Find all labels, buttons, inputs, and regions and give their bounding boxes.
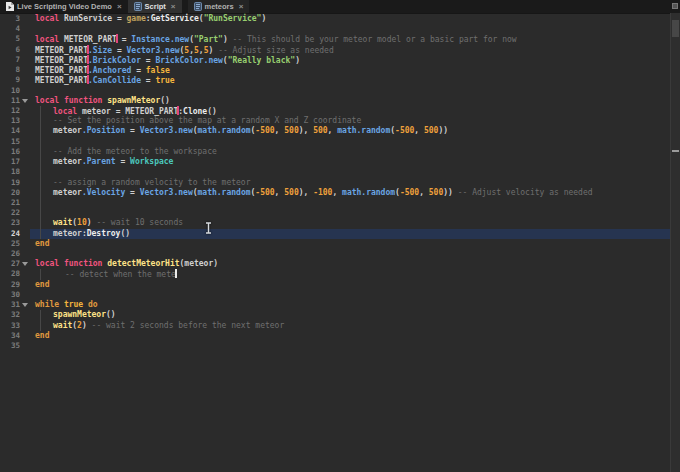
- code-text: METEOR_PART.CanCollide = true: [0, 75, 175, 86]
- code-text: -- assign a random velocity to the meteo…: [0, 178, 250, 188]
- code-text: end: [0, 331, 49, 341]
- multi-edit-caret: [87, 45, 89, 54]
- close-icon[interactable]: ×: [171, 3, 176, 11]
- multi-edit-caret: [177, 106, 179, 115]
- code-line[interactable]: 4: [0, 24, 670, 34]
- indent-guide: [40, 208, 41, 218]
- multi-edit-caret: [87, 55, 89, 64]
- code-line[interactable]: 26: [0, 249, 670, 259]
- line-number: 4: [0, 24, 20, 34]
- code-line[interactable]: 9METEOR_PART.CanCollide = true: [0, 75, 670, 85]
- code-line[interactable]: 23wait(10) -- wait 10 seconds: [0, 218, 670, 228]
- code-text: wait(2) -- wait 2 seconds before the nex…: [0, 321, 284, 331]
- code-text: end: [0, 239, 49, 249]
- scrollbar[interactable]: [670, 13, 680, 472]
- editor-menu-icon[interactable]: [672, 3, 678, 9]
- code-line[interactable]: 10: [0, 86, 670, 96]
- multi-edit-caret: [87, 75, 89, 84]
- code-line[interactable]: 24meteor:Destroy(): [0, 229, 670, 239]
- code-text: spawnMeteor(): [0, 310, 116, 320]
- scrollbar-cursor-marker: [672, 150, 679, 152]
- tab-bar: Live Scripting Video Demo×Script×meteors…: [0, 0, 680, 14]
- code-text: end: [0, 280, 49, 290]
- code-line[interactable]: 21: [0, 198, 670, 208]
- close-icon[interactable]: ×: [239, 3, 244, 11]
- script-icon: [134, 2, 142, 11]
- line-number: 21: [0, 198, 20, 208]
- multi-edit-caret: [116, 34, 118, 43]
- code-line[interactable]: 33wait(2) -- wait 2 seconds before the n…: [0, 321, 670, 331]
- tab-label: Live Scripting Video Demo: [17, 2, 112, 11]
- code-line[interactable]: 18: [0, 167, 670, 177]
- code-line[interactable]: 14meteor.Position = Vector3.new(math.ran…: [0, 126, 670, 136]
- code-text: wait(10) -- wait 10 seconds: [0, 218, 183, 228]
- tab-live-scripting-video-demo[interactable]: Live Scripting Video Demo×: [0, 0, 128, 13]
- code-line[interactable]: 15: [0, 137, 670, 147]
- code-line[interactable]: 5local METEOR_PART = Instance.new("Part"…: [0, 34, 670, 44]
- line-number: 30: [0, 290, 20, 300]
- code-line[interactable]: 13-- Set the position above the map at a…: [0, 116, 670, 126]
- line-number: 22: [0, 208, 20, 218]
- code-line[interactable]: 20meteor.Velocity = Vector3.new(math.ran…: [0, 188, 670, 198]
- code-line[interactable]: 31while true do: [0, 300, 670, 310]
- multi-edit-caret: [87, 65, 89, 74]
- code-text: meteor:Destroy(): [0, 229, 130, 239]
- indent-guide: [40, 137, 41, 147]
- code-line[interactable]: 27local function detectMeteorHit(meteor): [0, 259, 670, 269]
- code-line[interactable]: 17meteor.Parent = Workspace: [0, 157, 670, 167]
- line-number: 35: [0, 341, 20, 351]
- code-line[interactable]: 32spawnMeteor(): [0, 310, 670, 320]
- indent-guide: [40, 198, 41, 208]
- line-number: 10: [0, 86, 20, 96]
- tab-label: meteors: [205, 2, 234, 11]
- code-line[interactable]: 8METEOR_PART.Anchored = false: [0, 65, 670, 75]
- line-number: 15: [0, 137, 20, 147]
- close-icon[interactable]: ×: [117, 3, 122, 11]
- code-text: local function spawnMeteor(): [0, 96, 170, 106]
- code-line[interactable]: 25end: [0, 239, 670, 249]
- code-line[interactable]: 6METEOR_PART.Size = Vector3.new(5,5,5) -…: [0, 45, 670, 55]
- code-text: while true do: [0, 300, 98, 310]
- code-line[interactable]: 35: [0, 341, 670, 351]
- code-line[interactable]: 7METEOR_PART.BrickColor = BrickColor.new…: [0, 55, 670, 65]
- code-text: local RunService = game:GetService("RunS…: [0, 14, 266, 24]
- typing-caret: [175, 269, 177, 278]
- code-text: meteor.Position = Vector3.new(math.rando…: [0, 126, 448, 136]
- scrollbar-thumb[interactable]: [672, 20, 679, 37]
- line-number: 26: [0, 249, 20, 259]
- code-line[interactable]: 29end: [0, 280, 670, 290]
- tab-meteors[interactable]: meteors×: [188, 0, 250, 13]
- code-line[interactable]: 3local RunService = game:GetService("Run…: [0, 14, 670, 24]
- code-editor[interactable]: 3local RunService = game:GetService("Run…: [0, 13, 670, 472]
- code-line[interactable]: 19-- assign a random velocity to the met…: [0, 178, 670, 188]
- code-text: local function detectMeteorHit(meteor): [0, 259, 218, 269]
- mouse-cursor-ibeam: [204, 222, 213, 234]
- code-line[interactable]: 11local function spawnMeteor(): [0, 96, 670, 106]
- tab-label: Script: [145, 2, 166, 11]
- code-line[interactable]: 16-- Add the meteor to the workspace: [0, 147, 670, 157]
- code-line[interactable]: 22: [0, 208, 670, 218]
- code-line[interactable]: 12local meteor = METEOR_PART:Clone(): [0, 106, 670, 116]
- code-text: meteor.Velocity = Vector3.new(math.rando…: [0, 188, 593, 198]
- code-line[interactable]: 34end: [0, 331, 670, 341]
- code-line[interactable]: 30: [0, 290, 670, 300]
- script-icon: [194, 2, 202, 11]
- indent-guide: [40, 167, 41, 177]
- tab-script[interactable]: Script×: [128, 0, 182, 13]
- line-number: 18: [0, 167, 20, 177]
- code-text: meteor.Parent = Workspace: [0, 157, 173, 167]
- video-script-icon: [6, 2, 14, 11]
- script-editor-window: Live Scripting Video Demo×Script×meteors…: [0, 0, 680, 472]
- code-line[interactable]: 28-- detect when the mete: [0, 269, 670, 279]
- code-text: -- Add the meteor to the workspace: [0, 147, 217, 157]
